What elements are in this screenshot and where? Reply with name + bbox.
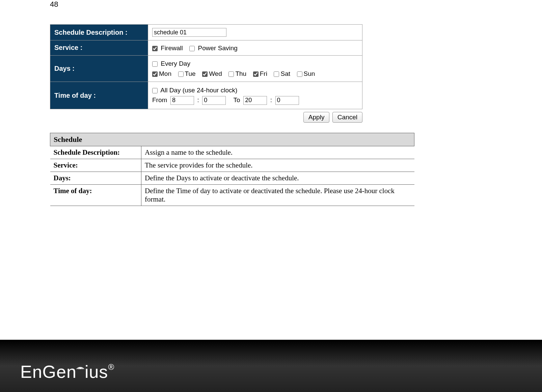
help-key-0: Schedule Description: xyxy=(50,146,141,159)
main-content: Schedule Description : Service : Firewal… xyxy=(50,24,414,206)
label-service: Service : xyxy=(50,40,148,56)
help-key-2: Days: xyxy=(50,172,141,184)
schedule-description-input[interactable] xyxy=(152,28,226,37)
help-val-1: The service provides for the schedule. xyxy=(141,159,414,172)
checkbox-thu-label: Thu xyxy=(235,70,246,77)
checkbox-wed-label: Wed xyxy=(209,70,222,77)
brand-registered: ® xyxy=(108,362,114,371)
checkbox-all-day-label: All Day (use 24-hour clock) xyxy=(160,87,237,94)
checkbox-mon[interactable] xyxy=(152,71,158,77)
to-hour-input[interactable] xyxy=(243,96,267,105)
checkbox-sat-label: Sat xyxy=(280,70,290,77)
checkbox-sun[interactable] xyxy=(297,71,302,77)
help-val-0: Assign a name to the schedule. xyxy=(141,146,414,159)
checkbox-wed[interactable] xyxy=(202,71,208,77)
brand-text-ius: ius xyxy=(85,362,108,382)
help-key-3: Time of day: xyxy=(50,184,141,206)
wifi-icon xyxy=(75,368,86,378)
checkbox-every-day[interactable] xyxy=(152,61,158,67)
help-table: Schedule Schedule Description: Assign a … xyxy=(50,133,414,206)
table-row: Days: Define the Days to activate or dea… xyxy=(50,172,414,184)
to-label: To xyxy=(234,96,240,103)
checkbox-tue[interactable] xyxy=(178,71,184,77)
checkbox-firewall-label: Firewall xyxy=(161,44,183,52)
checkbox-power-saving-label: Power Saving xyxy=(198,44,238,52)
help-val-3: Define the Time of day to activate or de… xyxy=(141,184,414,206)
page-number: 48 xyxy=(50,0,58,9)
cancel-button[interactable]: Cancel xyxy=(332,112,362,123)
schedule-form-table: Schedule Description : Service : Firewal… xyxy=(50,24,362,109)
checkbox-sat[interactable] xyxy=(274,71,279,77)
checkbox-all-day[interactable] xyxy=(152,88,158,93)
from-min-input[interactable] xyxy=(202,96,226,105)
checkbox-mon-label: Mon xyxy=(159,70,171,77)
colon-1: : xyxy=(197,96,199,103)
checkbox-thu[interactable] xyxy=(228,71,234,77)
checkbox-sun-label: Sun xyxy=(304,70,315,77)
help-header: Schedule xyxy=(50,133,414,146)
colon-2: : xyxy=(270,96,272,103)
button-row: Apply Cancel xyxy=(50,112,362,123)
label-schedule-description: Schedule Description : xyxy=(50,25,148,40)
cell-schedule-description xyxy=(148,25,362,40)
to-min-input[interactable] xyxy=(275,96,299,105)
footer: EnGenius® xyxy=(0,340,542,392)
label-days: Days : xyxy=(50,55,148,82)
checkbox-every-day-label: Every Day xyxy=(161,60,190,67)
table-row: Time of day: Define the Time of day to a… xyxy=(50,184,414,206)
cell-time-of-day: All Day (use 24-hour clock) From : To : xyxy=(148,82,362,109)
checkbox-power-saving[interactable] xyxy=(189,46,195,51)
from-hour-input[interactable] xyxy=(170,96,194,105)
from-label: From xyxy=(152,96,167,103)
help-key-1: Service: xyxy=(50,159,141,172)
help-val-2: Define the Days to activate or deactivat… xyxy=(141,172,414,184)
cell-service: Firewall Power Saving xyxy=(148,40,362,56)
checkbox-firewall[interactable] xyxy=(152,46,158,51)
table-row: Schedule Description: Assign a name to t… xyxy=(50,146,414,159)
checkbox-fri[interactable] xyxy=(253,71,259,77)
apply-button[interactable]: Apply xyxy=(303,112,330,123)
cell-days: Every Day Mon Tue Wed Thu Fri Sat Sun xyxy=(148,55,362,82)
table-row: Service: The service provides for the sc… xyxy=(50,159,414,172)
label-time-of-day: Time of day : xyxy=(50,82,148,109)
brand-text-en: EnGen xyxy=(20,362,77,382)
brand-logo: EnGenius® xyxy=(20,362,114,382)
checkbox-tue-label: Tue xyxy=(185,70,196,77)
checkbox-fri-label: Fri xyxy=(260,70,267,77)
